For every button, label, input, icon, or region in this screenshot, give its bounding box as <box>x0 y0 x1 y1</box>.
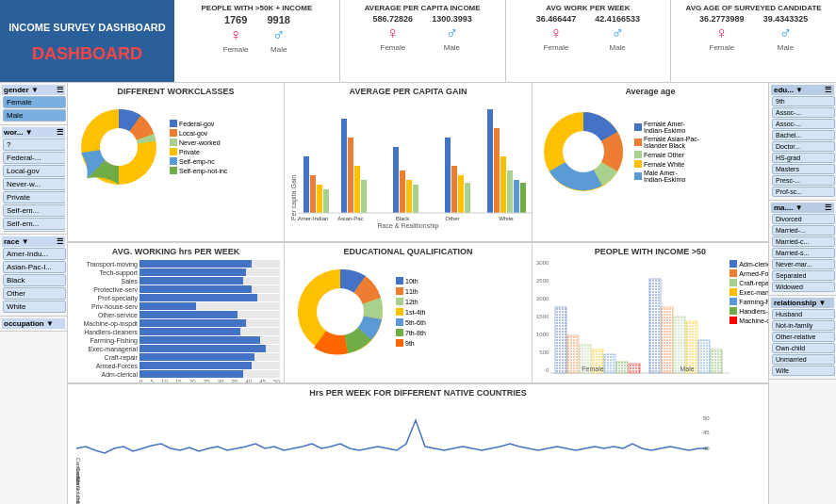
main-content: DIFFERENT WORKCLASSES <box>68 83 768 504</box>
wc-item-3[interactable]: Local-gov <box>3 165 65 177</box>
edu-item-hsgrad[interactable]: HS-grad <box>772 153 835 163</box>
edu-legend-2: 11th <box>396 287 426 295</box>
stat-num-female-3: 36.466447 <box>536 14 577 24</box>
svg-text:Cuba: Cuba <box>75 496 81 504</box>
avgage-chart: Female Amer-Indian-Eskimo Female Asian-P… <box>536 100 764 203</box>
marital-marriedc[interactable]: Married-c... <box>772 236 835 247</box>
stat-box-work: AVG WORK PER WEEK 36.466447 ♀ Female 42.… <box>506 0 672 82</box>
marital-divorced[interactable]: Divorced <box>772 214 835 224</box>
svg-text:Male: Male <box>680 366 695 372</box>
workclass-filter: wor... ▼ ☰ ? Federal-... Local-gov Never… <box>0 125 67 235</box>
stat-box-age: AVG AGE OF SURVEYED CANDIDATE 36.2773989… <box>671 0 836 82</box>
occupation-filter: occupation ▼ <box>0 317 67 332</box>
bar-machine: Machine-op-inspdt <box>72 319 280 327</box>
svg-rect-3 <box>310 175 316 213</box>
stat-values-1: 1769 ♀ Female 9918 ♂ Male <box>223 14 290 54</box>
header-left: INCOME SURVEY DASHBOARD DASHBOARD <box>0 0 174 82</box>
wc-item-4[interactable]: Never-w... <box>3 178 65 190</box>
wc-item-2[interactable]: Federal-... <box>3 152 65 164</box>
marital-widowed[interactable]: Widowed <box>772 282 835 292</box>
edu-item-masters[interactable]: Masters <box>772 164 835 174</box>
edu-item-bachel[interactable]: Bachel... <box>772 130 835 140</box>
gender-label: gender ▼ <box>4 86 39 94</box>
stat-label-female-3: Female <box>544 43 569 52</box>
wc-item-5[interactable]: Private <box>3 191 65 203</box>
edu-qual-title: EDUCATIONAL QUALIFICATION <box>288 247 528 256</box>
edu-item-presc[interactable]: Presc-... <box>772 175 835 186</box>
edu-legend-4: 1st-4th <box>396 308 426 316</box>
edu-item-profsc[interactable]: Prof-sc... <box>772 187 835 197</box>
svg-rect-15 <box>451 166 457 213</box>
edu-item-doctor[interactable]: Doctor... <box>772 141 835 152</box>
workclass-icons: ☰ <box>57 128 63 137</box>
wc-item-8[interactable]: State-gov <box>3 231 65 232</box>
svg-point-1 <box>100 128 138 166</box>
marital-label: ma.... ▼ <box>774 203 803 212</box>
stat-label-male-3: Male <box>609 43 625 52</box>
svg-rect-23 <box>520 183 526 213</box>
workclasses-legend: Federal-gov Local-gov Never-worked Priva… <box>170 120 227 174</box>
rel-wife[interactable]: Wife <box>772 366 835 376</box>
race-item-2[interactable]: Asian-Pac-I... <box>3 261 66 273</box>
rel-ownchild[interactable]: Own-child <box>772 343 835 353</box>
occupation-label: occupation ▼ <box>4 319 54 328</box>
inc-legend-3: Craft-repair <box>729 279 768 286</box>
stat-female-3: 36.466447 ♀ Female <box>536 14 577 52</box>
race-item-3[interactable]: Black <box>3 274 66 286</box>
native-countries-panel: Hrs PER WEEK FOR DIFFERENT NATIVE COUNTR… <box>68 384 768 504</box>
percapita-title: AVERAGE PER CAPITA GAIN <box>288 87 528 96</box>
svg-text:White: White <box>499 216 514 221</box>
stat-num-female-1: 1769 <box>224 14 247 25</box>
rel-otherrel[interactable]: Other-relative <box>772 332 835 342</box>
content-area: gender ▼ ☰ Female Male wor... ▼ ☰ ? Fede… <box>0 83 836 504</box>
svg-text:Asian-Pac: Asian-Pac <box>337 216 363 221</box>
svg-text:40: 40 <box>703 446 710 451</box>
bar-handlers: Handlers-cleaners <box>72 328 280 335</box>
bar-adm: Adm-clerical <box>72 370 280 378</box>
edu-legend-7: 9th <box>396 339 426 347</box>
edu-item-assoc1[interactable]: Assoc-... <box>772 107 835 118</box>
svg-point-31 <box>563 131 604 172</box>
gender-male[interactable]: Male <box>3 109 66 122</box>
wc-item-7[interactable]: Self-em... <box>3 218 65 230</box>
marital-married1[interactable]: Married-... <box>772 225 835 236</box>
stat-male-3: 42.4166533 ♂ Male <box>595 14 640 52</box>
avgage-legend-3: Female Other <box>634 151 699 158</box>
marital-nevmar[interactable]: Never-mar... <box>772 259 835 269</box>
stat-num-male-2: 1300.3993 <box>432 14 472 24</box>
gender-female[interactable]: Female <box>3 96 66 108</box>
marital-marrieds[interactable]: Married-s... <box>772 248 835 258</box>
stat-male-1: 9918 ♂ Male <box>267 14 289 54</box>
workclass-scroll[interactable]: ? Federal-... Local-gov Never-w... Priva… <box>2 138 65 232</box>
gender-filter-header: gender ▼ ☰ <box>2 85 65 95</box>
app-title: INCOME SURVEY DASHBOARD <box>5 18 169 37</box>
wc-item-1[interactable]: ? <box>3 138 65 151</box>
workclasses-title: DIFFERENT WORKCLASSES <box>72 87 280 96</box>
edu-item-9th[interactable]: 9th <box>772 96 835 106</box>
charts-row2: AVG. WORKING hrs PER WEEK Transport-movi… <box>68 243 768 384</box>
svg-rect-17 <box>465 183 470 213</box>
relationship-label: relationship ▼ <box>774 299 826 307</box>
edu-filter: edu... ▼ ☰ 9th Assoc-... Assoc-... Bache… <box>769 83 836 201</box>
race-item-4[interactable]: Other <box>3 287 66 300</box>
edu-qual-legend: 10th 11th 12th 1st-4th 5th-6th 7th-8th 9… <box>396 277 426 347</box>
race-item-1[interactable]: Amer-Indu... <box>3 248 66 260</box>
working-hrs-bars: Transport-moving Tech-support Sales <box>72 260 280 378</box>
charts-row3: Hrs PER WEEK FOR DIFFERENT NATIVE COUNTR… <box>68 384 768 504</box>
inc-legend-2: Armed-Forces <box>729 269 768 277</box>
marital-separated[interactable]: Separated <box>772 270 835 281</box>
svg-rect-2 <box>303 156 309 213</box>
stat-values-3: 36.466447 ♀ Female 42.4166533 ♂ Male <box>536 14 640 52</box>
rel-husband[interactable]: Husband <box>772 309 835 319</box>
edu-item-assoc2[interactable]: Assoc-... <box>772 119 835 129</box>
workclass-filter-header: wor... ▼ ☰ <box>2 127 65 138</box>
rel-notinfamily[interactable]: Not-in-family <box>772 320 835 331</box>
bar-other: Other-service <box>72 311 280 318</box>
inc-legend-7: Machine-op-inspdt <box>729 317 768 324</box>
rel-unmarried[interactable]: Unmarried <box>772 354 835 365</box>
edu-icons: ☰ <box>825 86 831 94</box>
stat-num-male-3: 42.4166533 <box>595 14 640 24</box>
race-item-5[interactable]: White <box>3 301 66 313</box>
wc-item-6[interactable]: Self-em... <box>3 204 65 217</box>
svg-rect-8 <box>354 166 360 213</box>
